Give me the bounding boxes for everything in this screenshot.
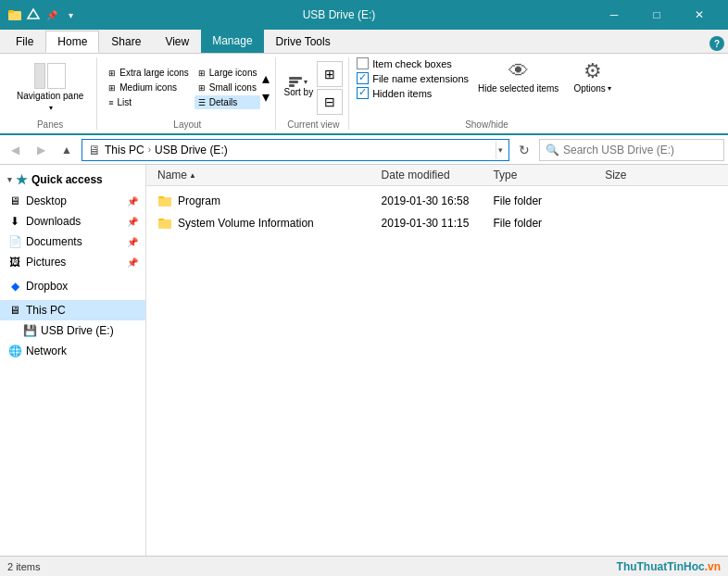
sidebar-quickaccess-header[interactable]: ▾ ★ Quick access [0, 169, 145, 191]
file-type: File folder [493, 194, 542, 207]
tab-share[interactable]: Share [99, 31, 153, 53]
sidebar-dropbox-label: Dropbox [26, 280, 68, 293]
file-extensions-cb[interactable] [357, 72, 369, 84]
layout-list[interactable]: ≡ List [105, 95, 192, 109]
col-size[interactable]: Size [605, 169, 717, 182]
address-folder-icon: 🖥 [88, 143, 101, 157]
file-name: Program [178, 194, 220, 207]
downloads-icon: ⬇ [7, 214, 22, 229]
maximize-button[interactable]: □ [635, 0, 678, 30]
forward-button[interactable]: ▶ [30, 139, 52, 161]
options-label: Options [573, 83, 605, 94]
sidebar-item-dropbox[interactable]: ◆ Dropbox [0, 276, 145, 296]
column-headers: Name ▲ Date modified Type Size [146, 165, 728, 186]
add-columns-button[interactable]: ⊟ [317, 89, 343, 115]
hide-selected-label: Hide selected items [478, 83, 559, 94]
sidebar-downloads-label: Downloads [26, 215, 81, 228]
tab-home[interactable]: Home [45, 31, 99, 53]
tab-file[interactable]: File [4, 31, 45, 53]
documents-icon: 📄 [7, 234, 22, 249]
sort-label: Sort by [283, 87, 313, 98]
col-name[interactable]: Name ▲ [157, 169, 382, 182]
col-type[interactable]: Type [493, 169, 605, 182]
hide-selected-button[interactable]: 👁 Hide selected items [472, 57, 564, 96]
tab-manage[interactable]: Manage [201, 29, 263, 53]
item-count: 2 items [7, 561, 40, 572]
quick-access-icon [26, 7, 41, 22]
file-extensions-row[interactable]: File name extensions [357, 72, 469, 84]
hide-selected-icon: 👁 [508, 59, 529, 83]
file-cell-date: 2019-01-30 11:15 [382, 217, 494, 230]
sidebar-network-label: Network [26, 344, 67, 357]
options-arrow-icon: ▾ [608, 84, 611, 93]
path-usbdrive[interactable]: USB Drive (E:) [155, 144, 228, 157]
table-row[interactable]: Program 2019-01-30 16:58 File folder [150, 190, 724, 212]
layout-scroll-down[interactable]: ▾ [262, 88, 270, 106]
layout-medium[interactable]: ⊞ Medium icons [105, 81, 192, 94]
nav-pane-button[interactable]: Navigation pane ▾ [9, 59, 91, 116]
up-button[interactable]: ▲ [56, 139, 78, 161]
layout-large-label: Large icons [209, 68, 257, 78]
sidebar-quickaccess-label: Quick access [31, 173, 103, 186]
file-cell-name: Program [157, 194, 382, 208]
address-path[interactable]: 🖥 This PC › USB Drive (E:) ▾ [82, 139, 509, 161]
file-cell-date: 2019-01-30 16:58 [382, 194, 494, 207]
hidden-items-row[interactable]: Hidden items [357, 87, 469, 99]
layout-small[interactable]: ⊞ Small icons [195, 81, 261, 94]
title-bar: 📌 ▾ USB Drive (E:) ─ □ ✕ [0, 0, 728, 30]
layout-extra-large[interactable]: ⊞ Extra large icons [105, 66, 192, 80]
address-bar: ◀ ▶ ▲ 🖥 This PC › USB Drive (E:) ▾ ↻ 🔍 [0, 135, 728, 165]
help-button[interactable]: ? [709, 36, 724, 51]
refresh-button[interactable]: ↻ [513, 139, 535, 161]
brand-name: ThuThuatTinHoc [617, 560, 705, 573]
close-button[interactable]: ✕ [678, 0, 721, 30]
documents-pin-icon: 📌 [127, 237, 138, 247]
folder-icon [157, 216, 172, 231]
sort-button[interactable]: ▾ Sort by [283, 77, 313, 98]
col-type-label: Type [493, 169, 517, 182]
sidebar-item-network[interactable]: 🌐 Network [0, 341, 145, 361]
col-date[interactable]: Date modified [382, 169, 494, 182]
showhide-section-label: Show/hide [465, 119, 508, 130]
tab-drive-tools[interactable]: Drive Tools [264, 31, 343, 53]
nav-pane-sidebar-icon [34, 63, 45, 89]
group-by-button[interactable]: ⊞ [317, 61, 343, 87]
panes-section-label: Panes [37, 119, 63, 130]
ribbon-section-currentview: ▾ Sort by ⊞ ⊟ Current view [278, 57, 349, 130]
layout-scroll-up[interactable]: ▴ [262, 69, 270, 87]
minimize-button[interactable]: ─ [593, 0, 635, 30]
tab-view[interactable]: View [153, 31, 201, 53]
back-button[interactable]: ◀ [4, 139, 26, 161]
layout-extra-large-icon: ⊞ [108, 69, 116, 78]
col-name-label: Name [157, 169, 187, 182]
hidden-items-label: Hidden items [372, 88, 432, 99]
sidebar-usbdrive-label: USB Drive (E:) [41, 324, 114, 337]
path-thispc[interactable]: This PC [105, 144, 144, 157]
layout-large[interactable]: ⊞ Large icons [195, 66, 261, 80]
layout-list: ⊞ Extra large icons ⊞ Medium icons ≡ Lis… [105, 66, 192, 109]
layout-details-icon: ☰ [198, 98, 206, 107]
hidden-items-cb[interactable] [357, 87, 369, 99]
sidebar-item-thispc[interactable]: 🖥 This PC [0, 300, 145, 320]
options-button[interactable]: ⚙ Options ▾ [568, 57, 616, 95]
table-row[interactable]: System Volume Information 2019-01-30 11:… [150, 212, 724, 234]
layout-small-icon: ⊞ [198, 83, 206, 93]
ribbon-section-panes: Navigation pane ▾ Panes [4, 57, 97, 130]
file-type: File folder [493, 217, 542, 230]
pin-icon: 📌 [44, 7, 59, 22]
nav-pane-label: Navigation pane [17, 91, 83, 102]
file-cell-name: System Volume Information [157, 216, 382, 231]
title-bar-title: USB Drive (E:) [85, 8, 593, 21]
item-checkboxes-row[interactable]: Item check boxes [357, 57, 469, 69]
item-checkboxes-cb[interactable] [357, 57, 369, 69]
sidebar-item-downloads[interactable]: ⬇ Downloads 📌 [0, 211, 145, 232]
layout-list-icon: ≡ [108, 98, 113, 107]
sidebar-item-usbdrive[interactable]: 💾 USB Drive (E:) [0, 320, 145, 341]
search-box: 🔍 [539, 139, 724, 161]
address-dropdown-icon[interactable]: ▾ [498, 145, 503, 155]
sidebar-item-pictures[interactable]: 🖼 Pictures 📌 [0, 252, 145, 272]
layout-details[interactable]: ☰ Details [195, 95, 261, 109]
search-input[interactable] [563, 144, 718, 157]
sidebar-item-documents[interactable]: 📄 Documents 📌 [0, 232, 145, 252]
sidebar-item-desktop[interactable]: 🖥 Desktop 📌 [0, 191, 145, 211]
